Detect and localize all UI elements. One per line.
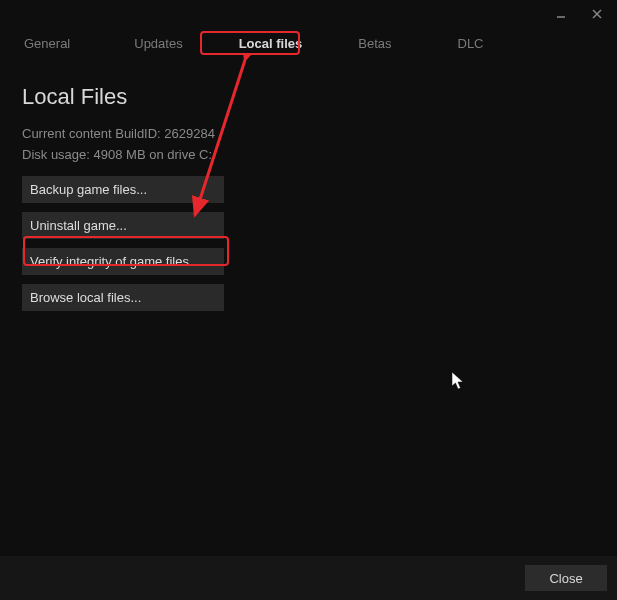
page-title: Local Files: [22, 84, 595, 110]
tab-local-files[interactable]: Local files: [231, 30, 311, 57]
close-button[interactable]: Close: [525, 565, 607, 591]
tab-updates[interactable]: Updates: [126, 30, 190, 57]
uninstall-game-button[interactable]: Uninstall game...: [22, 212, 224, 239]
close-window-button[interactable]: [585, 4, 609, 24]
minimize-button[interactable]: [549, 4, 573, 24]
tab-dlc[interactable]: DLC: [450, 30, 492, 57]
browse-local-files-button[interactable]: Browse local files...: [22, 284, 224, 311]
tab-general[interactable]: General: [16, 30, 78, 57]
content-area: Local Files Current content BuildID: 262…: [0, 58, 617, 336]
tab-betas[interactable]: Betas: [350, 30, 399, 57]
footer: Close: [0, 556, 617, 600]
disk-usage-text: Disk usage: 4908 MB on drive C:: [22, 147, 595, 162]
verify-integrity-button[interactable]: Verify integrity of game files...: [22, 248, 224, 275]
titlebar: [0, 0, 617, 28]
button-list: Backup game files... Uninstall game... V…: [22, 176, 595, 311]
build-id-text: Current content BuildID: 2629284: [22, 126, 595, 141]
svg-marker-5: [452, 372, 463, 389]
tab-bar: General Updates Local files Betas DLC: [0, 28, 617, 58]
mouse-cursor-icon: [452, 372, 466, 390]
backup-game-files-button[interactable]: Backup game files...: [22, 176, 224, 203]
